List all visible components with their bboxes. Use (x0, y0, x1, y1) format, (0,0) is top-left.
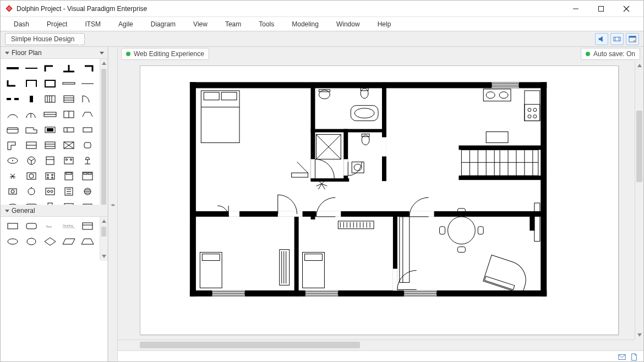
close-button[interactable] (614, 1, 639, 17)
shape-frame-square[interactable] (42, 78, 58, 90)
shape-table-rect[interactable] (80, 124, 95, 136)
scroll-down-icon[interactable] (100, 252, 107, 261)
minimize-button[interactable] (563, 1, 588, 17)
tab-web-editing[interactable]: Web Editing Experience (121, 48, 209, 60)
canvas-horizontal-scrollbar[interactable] (118, 339, 635, 350)
toolbar-announce-button[interactable] (595, 33, 608, 45)
shape-tub-oval[interactable] (5, 201, 20, 205)
shape-card[interactable] (80, 220, 95, 232)
menu-help[interactable]: Help (369, 18, 400, 30)
shape-column[interactable] (24, 93, 39, 105)
shape-panel[interactable] (61, 185, 77, 198)
scroll-up-icon[interactable] (635, 61, 643, 70)
shape-wall-thin[interactable] (24, 62, 39, 74)
scroll-up-icon[interactable] (100, 217, 107, 226)
scroll-thumb[interactable] (636, 111, 642, 182)
shape-corner-unit[interactable] (5, 139, 20, 151)
shape-heading[interactable]: Heading (61, 220, 77, 232)
shape-ellipse[interactable] (5, 235, 20, 248)
shape-fridge[interactable] (42, 155, 58, 167)
scroll-track[interactable] (100, 68, 107, 205)
maximize-button[interactable] (588, 1, 614, 17)
palette-header-floorplan[interactable]: Floor Plan (1, 47, 107, 59)
breadcrumb-current[interactable]: Simlpe House Design (5, 33, 85, 45)
floorplan-diagram[interactable] (140, 66, 618, 334)
shape-window-wide[interactable] (61, 78, 77, 90)
shape-plant[interactable] (5, 170, 20, 182)
shape-window-unit[interactable] (61, 108, 77, 120)
shape-double-door[interactable] (24, 108, 39, 120)
shape-diamond[interactable] (42, 235, 58, 248)
menu-diagram[interactable]: Diagram (142, 18, 184, 30)
shape-bed-single[interactable] (61, 170, 77, 182)
shape-cabinet[interactable] (24, 139, 39, 151)
shape-grid-vent-2[interactable] (61, 93, 77, 105)
shape-x-box[interactable] (61, 139, 77, 151)
menu-itsm[interactable]: ITSM (76, 18, 110, 30)
menu-agile[interactable]: Agile (110, 18, 142, 30)
scroll-thumb[interactable] (101, 69, 106, 205)
shape-corner-tl[interactable] (42, 62, 58, 74)
shape-switch[interactable] (24, 185, 39, 198)
shape-lamp[interactable] (80, 155, 95, 167)
palette-scrollbar[interactable] (100, 59, 107, 205)
menu-dash[interactable]: Dash (5, 18, 38, 30)
shape-sink[interactable] (5, 155, 20, 167)
shape-fan[interactable] (24, 155, 39, 167)
shape-bed-double[interactable] (80, 170, 95, 182)
canvas-page[interactable] (140, 65, 619, 335)
shape-basin[interactable] (80, 201, 95, 205)
menu-window[interactable]: Window (328, 18, 369, 30)
shape-cooktop[interactable] (42, 170, 58, 182)
shape-range[interactable] (61, 155, 77, 167)
scroll-up-icon[interactable] (100, 59, 107, 68)
scroll-track[interactable] (100, 226, 107, 252)
shape-tee-up[interactable] (61, 62, 77, 74)
shape-arc-open[interactable] (5, 108, 20, 120)
toolbar-panel-button[interactable] (626, 33, 639, 45)
menu-team[interactable]: Team (216, 18, 250, 30)
scroll-thumb[interactable] (140, 342, 360, 348)
shape-sofa[interactable] (5, 124, 20, 136)
shape-vent-round[interactable] (80, 185, 95, 198)
toolbar-layout-button[interactable] (610, 33, 624, 45)
dropdown-icon[interactable] (100, 51, 104, 55)
shape-frame-open[interactable] (24, 78, 39, 90)
shape-shower[interactable] (61, 201, 77, 205)
tab-autosave[interactable]: Auto save: On (581, 48, 640, 60)
menu-modeling[interactable]: Modeling (283, 18, 328, 30)
palette-scrollbar-general[interactable] (100, 217, 107, 261)
canvas-vertical-scrollbar[interactable] (635, 61, 643, 339)
shape-outlet-round[interactable] (5, 185, 20, 198)
shape-washer[interactable] (24, 170, 39, 182)
shape-corner-tr[interactable] (80, 62, 95, 74)
shape-outlet-double[interactable] (42, 185, 58, 198)
shape-opening[interactable] (5, 93, 20, 105)
shape-rectangle[interactable] (5, 220, 20, 232)
menu-tools[interactable]: Tools (250, 18, 283, 30)
palette-header-general[interactable]: General (1, 205, 107, 217)
shape-door-arc[interactable] (80, 93, 95, 105)
shape-line[interactable] (80, 78, 95, 90)
scroll-down-icon[interactable] (635, 331, 643, 339)
shape-tub-rect[interactable] (24, 201, 39, 205)
shape-sofa-l[interactable] (24, 124, 39, 136)
shape-rounded-rect[interactable] (24, 220, 39, 232)
shape-bay-window[interactable] (80, 108, 95, 120)
shape-grid-vent[interactable] (42, 93, 58, 105)
shape-desk[interactable] (61, 124, 77, 136)
canvas-viewport[interactable] (118, 61, 643, 350)
menu-project[interactable]: Project (38, 18, 76, 30)
scroll-thumb[interactable] (101, 227, 106, 237)
mail-icon[interactable] (618, 353, 626, 361)
shape-text[interactable]: Text (42, 220, 58, 232)
shape-wall-horizontal[interactable] (5, 62, 20, 74)
menu-view[interactable]: View (184, 18, 216, 30)
shape-dresser[interactable] (42, 139, 58, 151)
shape-trapezoid[interactable] (80, 235, 95, 248)
document-icon[interactable] (630, 353, 638, 361)
panel-splitter[interactable]: ◂▸ (108, 47, 118, 362)
shape-sliding-door[interactable] (42, 108, 58, 120)
shape-parallelogram[interactable] (61, 235, 77, 248)
shape-tv-unit[interactable] (42, 124, 58, 136)
